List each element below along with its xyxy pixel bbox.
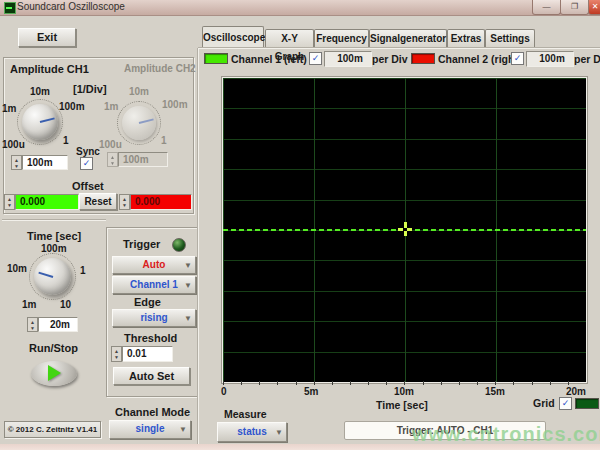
trigger-title: Trigger [123,238,160,250]
tab-settings[interactable]: Settings [485,29,535,48]
offset-reset-button[interactable]: Reset [79,193,117,210]
time-title: Time [sec] [27,230,81,242]
trigger-mode-value: Auto [143,259,166,270]
amplitude-ch1-knob[interactable] [22,104,58,140]
trigger-mode-dropdown[interactable]: Auto ▼ [112,256,196,274]
offset-ch1-field[interactable]: 0.000 [15,194,79,210]
tab-oscilloscope[interactable]: Oscilloscope [202,26,264,48]
ch2-div-field[interactable]: 100m [526,51,574,67]
spin-down-icon: ▼ [12,163,21,169]
close-button[interactable]: ✕ [588,0,600,15]
ch2-enable-checkbox[interactable]: ✓ [511,52,524,65]
ch2-color-swatch [411,53,435,64]
ch1-enable-checkbox[interactable]: ✓ [309,52,322,65]
chevron-down-icon: ▼ [179,422,187,438]
minimize-button[interactable]: — [532,0,561,15]
offset-ch2-field[interactable]: 0.000 [130,194,192,210]
ch1-scale-100m: 100m [59,101,85,112]
chevron-down-icon: ▼ [275,424,283,442]
threshold-label: Threshold [124,332,177,344]
amplitude-ch2-title: Amplitude CH2 [124,63,196,74]
watermark: www.cntronics.com [412,423,600,446]
sync-label: Sync [76,146,100,157]
measure-label: Measure [224,408,267,420]
ch2-value-field: 100m [118,152,168,167]
sync-checkbox[interactable]: ✓ [80,157,93,170]
exit-button[interactable]: Exit [18,28,76,47]
title-bar[interactable]: Soundcard Oszilloscope [0,0,600,16]
x-tick-5m: 5m [304,386,318,397]
time-knob[interactable] [34,258,71,295]
app-window: Soundcard Oszilloscope — ❐ ✕ Exit Amplit… [0,0,600,450]
ch1-label: Channel 1 (left) [231,53,307,65]
x-tick-15m: 15m [485,386,505,397]
ch1-knob-needle [40,117,55,123]
amplitude-ch1-title: Amplitude CH1 [10,63,89,75]
ch2-scale-1: 1 [161,135,167,146]
ch1-scale-10m: 10m [30,86,50,97]
ch1-per-div-label: per Div [372,53,408,65]
ch1-color-swatch [204,53,228,64]
ch1-value-spinner[interactable]: ▲▼ [11,155,22,170]
tab-extras[interactable]: Extras [447,29,485,48]
time-value-spinner[interactable]: ▲▼ [27,317,38,332]
measure-status-value: status [237,426,266,437]
amplitude-unit-label: [1/Div] [73,83,107,95]
ch1-scale-100u: 100u [2,139,25,150]
maximize-button[interactable]: ❐ [560,0,589,15]
divider [197,48,198,444]
edge-dropdown[interactable]: rising ▼ [112,309,196,327]
chevron-down-icon: ▼ [184,311,192,327]
time-knob-needle [38,271,53,277]
ch2-scale-100u: 100u [99,139,122,150]
ch1-div-field[interactable]: 100m [324,51,372,67]
ch1-scale-1: 1 [63,135,69,146]
ch2-scale-1m: 1m [104,101,118,112]
time-value-field[interactable]: 20m [38,317,78,332]
trigger-source-dropdown[interactable]: Channel 1 ▼ [112,276,196,294]
threshold-spinner[interactable]: ▲▼ [111,346,122,362]
grid-label: Grid [533,397,555,409]
autoset-button[interactable]: Auto Set [113,367,190,385]
channel-mode-dropdown[interactable]: single ▼ [109,420,191,439]
tab-frequency[interactable]: Frequency [314,29,369,48]
spin-down-icon: ▼ [5,202,14,208]
tab-strip-line [198,47,600,48]
x-tick-10m: 10m [394,386,414,397]
measure-status-dropdown[interactable]: status ▼ [217,422,287,442]
x-axis-ticks [223,381,585,385]
scope-display[interactable] [222,77,587,383]
spin-down-icon: ▼ [120,202,129,208]
play-icon [48,365,61,381]
time-scale-10: 10 [60,299,71,310]
trigger-source-value: Channel 1 [130,279,178,290]
amplitude-ch2-knob [122,106,156,140]
version-bar: © 2012 C. Zeitnitz V1.41 [4,421,101,438]
grid-color-swatch[interactable] [575,398,599,409]
grid-checkbox[interactable]: ✓ [559,397,572,410]
offset-ch2-spinner[interactable]: ▲▼ [119,194,130,210]
app-icon [4,2,16,14]
window-title: Soundcard Oszilloscope [17,1,125,12]
divider [2,219,106,220]
ch2-scale-10m: 10m [129,86,149,97]
ch2-label: Channel 2 (right) [438,53,521,65]
tab-signalgenerator[interactable]: Signalgenerator [369,29,447,48]
spin-down-icon: ▼ [112,354,121,360]
ch2-per-div-label: per Div [574,53,600,65]
ch1-value-field[interactable]: 100m [22,155,68,170]
edge-label: Edge [134,296,161,308]
runstop-button[interactable] [31,361,77,386]
time-scale-1m: 1m [22,299,36,310]
time-scale-1: 1 [80,265,86,276]
ch1-scale-1m: 1m [2,103,16,114]
offset-ch1-spinner[interactable]: ▲▼ [4,194,15,210]
channel-mode-value: single [136,423,165,434]
chevron-down-icon: ▼ [184,258,192,274]
spin-down-icon: ▼ [108,160,117,166]
channel-mode-label: Channel Mode [115,406,190,418]
ch2-knob-needle [139,118,154,124]
spin-down-icon: ▼ [28,325,37,331]
threshold-field[interactable]: 0.01 [122,346,173,362]
tab-xy-graph[interactable]: X-Y Graph [265,29,314,48]
